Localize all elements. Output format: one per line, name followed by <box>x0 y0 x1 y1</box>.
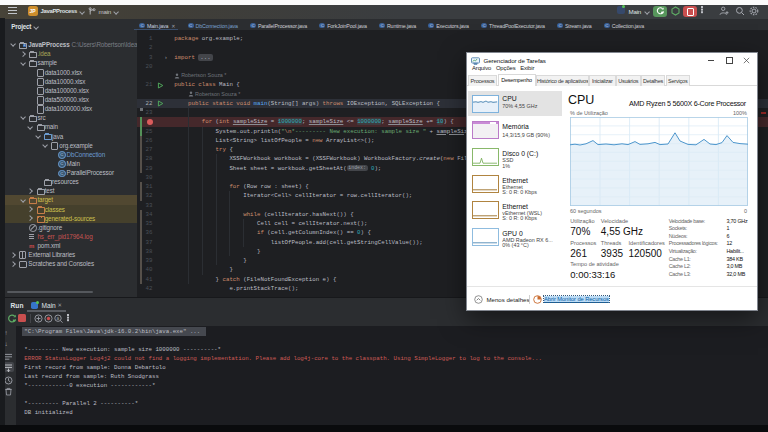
svg-text:a: a <box>57 315 60 320</box>
